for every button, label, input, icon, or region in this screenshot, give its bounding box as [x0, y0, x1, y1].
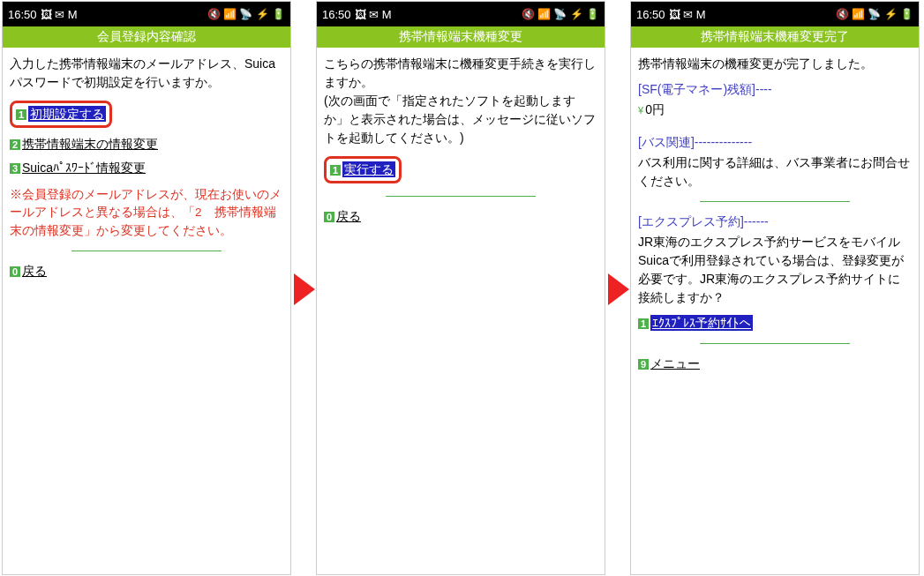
intro-text: 携帯情報端末の機種変更が完了しました。	[638, 55, 912, 73]
bus-section-head: [バス関連]--------------	[638, 133, 912, 152]
status-bar: 16:50 🖼 ✉ M 🔇 📶 📡 ⚡ 🔋	[317, 2, 605, 26]
divider	[700, 343, 851, 344]
intro-text: こちらの携帯情報端末に機種変更手続きを実行しますか。 (次の画面で「指定されたソ…	[324, 55, 597, 147]
status-time: 16:50	[322, 8, 351, 21]
status-right-icons: 🔇 📶 📡 ⚡ 🔋	[207, 8, 285, 20]
num-badge-0: 0	[324, 212, 334, 222]
num-badge-1: 1	[638, 318, 649, 329]
currency-icon: ¥	[638, 105, 643, 116]
status-left-icons: 🖼 ✉ M	[41, 8, 78, 21]
status-time: 16:50	[636, 8, 665, 21]
status-left-icons: 🖼 ✉ M	[669, 8, 706, 21]
express-text: JR東海のエクスプレス予約サービスをモバイルSuicaで利用登録されている場合は…	[638, 233, 912, 307]
status-left-icons: 🖼 ✉ M	[355, 8, 392, 21]
status-bar: 16:50 🖼 ✉ M 🔇 📶 📡 ⚡ 🔋	[631, 2, 919, 26]
page-title: 会員登録内容確認	[3, 26, 290, 48]
status-time: 16:50	[8, 8, 37, 21]
num-badge-3: 3	[10, 163, 20, 174]
link-initial-setup[interactable]: 初期設定する	[28, 106, 106, 122]
link-suica-password[interactable]: Suicaﾊﾟｽﾜｰﾄﾞ情報変更	[22, 161, 146, 175]
status-right-icons: 🔇 📶 📡 ⚡ 🔋	[836, 8, 913, 20]
status-bar: 16:50 🖼 ✉ M 🔇 📶 📡 ⚡ 🔋	[3, 2, 290, 26]
express-section-head: [エクスプレス予約]------	[638, 213, 912, 231]
phone-screen-3: 16:50 🖼 ✉ M 🔇 📶 📡 ⚡ 🔋 携帯情報端末機種変更完了 携帯情報端…	[630, 1, 920, 575]
link-menu[interactable]: メニュー	[650, 356, 700, 370]
phone-screen-1: 16:50 🖼 ✉ M 🔇 📶 📡 ⚡ 🔋 会員登録内容確認 入力した携帯情報端…	[2, 1, 291, 575]
status-right-icons: 🔇 📶 📡 ⚡ 🔋	[522, 8, 599, 20]
num-badge-1: 1	[16, 109, 26, 120]
num-badge-9: 9	[638, 359, 649, 370]
page-title: 携帯情報端末機種変更完了	[631, 26, 919, 48]
highlight-box: 1実行する	[324, 156, 402, 183]
highlight-box: 1初期設定する	[10, 101, 112, 128]
arrow-right-icon	[608, 273, 629, 305]
divider	[386, 196, 537, 197]
link-express-site[interactable]: ｴｸｽﾌﾟﾚｽ予約ｻｲﾄへ	[650, 315, 753, 331]
page-title: 携帯情報端末機種変更	[317, 26, 605, 48]
divider	[71, 251, 222, 251]
link-back[interactable]: 戻る	[336, 209, 361, 223]
divider	[700, 201, 851, 202]
phone-screen-2: 16:50 🖼 ✉ M 🔇 📶 📡 ⚡ 🔋 携帯情報端末機種変更 こちらの携帯情…	[316, 1, 605, 575]
num-badge-1: 1	[330, 165, 341, 176]
intro-text: 入力した携帯情報端末のメールアドレス、Suicaパスワードで初期設定を行いますか…	[10, 55, 283, 92]
num-badge-0: 0	[10, 266, 20, 277]
sf-balance: 0円	[645, 102, 665, 116]
link-back[interactable]: 戻る	[22, 264, 47, 278]
arrow-right-icon	[294, 273, 315, 305]
num-badge-2: 2	[10, 139, 20, 150]
link-execute[interactable]: 実行する	[342, 161, 395, 177]
link-device-info-change[interactable]: 携帯情報端末の情報変更	[22, 137, 158, 151]
sf-section-head: [SF(電子マネー)残額]----	[638, 80, 912, 99]
bus-text: バス利用に関する詳細は、バス事業者にお問合せください。	[638, 153, 912, 191]
warning-note: ※会員登録のメールアドレスが、現在お使いのメールアドレスと異なる場合は、「2 携…	[10, 186, 283, 240]
